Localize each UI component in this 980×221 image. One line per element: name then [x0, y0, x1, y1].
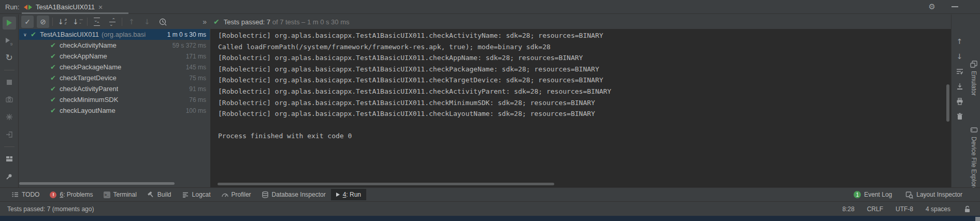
test-row[interactable]: ✔ checkActivityParent 91 ms — [19, 83, 210, 94]
test-row[interactable]: ✔ checkAppName 171 ms — [19, 51, 210, 62]
test-passed-icon: ✔ — [50, 52, 60, 60]
status-bar-right: 8:28 CRLF UTF-8 4 spaces — [842, 205, 973, 213]
console-right-toolbar: ↑ ↓ — [951, 14, 968, 187]
tree-root-row[interactable]: ∨ ✔ TestA1BasicUIX011 (org.aplas.basi 1 … — [19, 29, 210, 40]
show-passed-button[interactable]: ✓ — [21, 16, 34, 28]
divider — [4, 146, 15, 147]
tab-todo[interactable]: TODO — [6, 189, 45, 200]
run-left-toolbar: 9 ↻ — [0, 14, 19, 187]
status-message[interactable]: Tests passed: 7 (moments ago) — [7, 205, 94, 213]
pin-icon — [5, 172, 13, 181]
door-arrow-icon — [5, 130, 13, 139]
device-file-explorer-tool-tab[interactable]: Device File Explorer — [968, 126, 980, 192]
pin-tab-button[interactable] — [3, 170, 16, 183]
divider — [122, 18, 122, 26]
gear-icon[interactable]: ⚙ — [929, 2, 935, 11]
minimize-icon[interactable] — [952, 6, 958, 7]
tab-label: Logcat — [192, 191, 211, 198]
test-passed-icon: ✔ — [50, 41, 60, 49]
soft-wrap-button[interactable] — [954, 65, 966, 78]
tab-build[interactable]: Build — [142, 189, 177, 200]
line-separator[interactable]: CRLF — [867, 205, 883, 213]
test-history-button[interactable] — [156, 16, 169, 28]
database-icon — [262, 191, 269, 199]
rerun-failed-tests-button[interactable]: 9 — [3, 34, 16, 47]
divider — [52, 18, 53, 26]
collapse-all-icon: ⌄⌄ — [109, 18, 116, 26]
resize-grip[interactable] — [975, 217, 980, 221]
layout-inspector-button[interactable]: Layout Inspector — [905, 191, 962, 199]
collapse-all-button[interactable]: ⌄⌄ — [106, 16, 119, 28]
tab-terminal[interactable]: >_ Terminal — [98, 189, 142, 200]
show-on-exit-button[interactable] — [3, 128, 16, 141]
toggle-auto-test-button[interactable]: ↻ — [3, 51, 16, 64]
tree-horizontal-scrollbar[interactable] — [19, 182, 175, 185]
tool-window-bar-right: 1 Event Log Layout Inspector — [854, 191, 980, 199]
test-duration: 100 ms — [182, 107, 206, 114]
settings-burst-button[interactable] — [3, 111, 16, 124]
test-row[interactable]: ✔ checkMinimumSDK 76 ms — [19, 94, 210, 105]
close-icon[interactable]: × — [98, 3, 103, 11]
test-passed-icon: ✔ — [50, 63, 60, 71]
tab-run[interactable]: 4: Run — [331, 189, 366, 200]
expand-all-button[interactable]: ⌄⌄ — [91, 16, 103, 28]
print-button[interactable] — [954, 95, 966, 108]
console-vertical-scrollbar[interactable] — [946, 84, 949, 122]
burst-icon — [5, 113, 13, 121]
console-output[interactable]: [Robolectric] org.aplas.basicappx.TestA1… — [210, 29, 951, 187]
console-lines: [Robolectric] org.aplas.basicappx.TestA1… — [210, 29, 951, 143]
problems-error-icon: ! — [50, 191, 56, 198]
test-duration: 1 m 0 s 30 ms — [163, 31, 206, 38]
test-row[interactable]: ✔ checkActivityName 59 s 372 ms — [19, 40, 210, 51]
terminal-icon: >_ — [104, 191, 110, 198]
test-row[interactable]: ✔ checkTargetDevice 75 ms — [19, 72, 210, 83]
test-method-name: checkLayoutName — [60, 107, 116, 114]
test-row[interactable]: ✔ checkLayoutName 100 ms — [19, 105, 210, 116]
show-ignored-button[interactable]: ⊘ — [37, 16, 49, 28]
test-duration: 145 ms — [182, 64, 206, 71]
console-line: Process finished with exit code 0 — [218, 132, 951, 143]
run-config-tab[interactable]: TestA1BasicUIX011 × — [22, 0, 108, 14]
console-line: [Robolectric] org.aplas.basicappx.TestA1… — [218, 110, 951, 121]
down-stacktrace-button[interactable]: ↓ — [954, 50, 966, 63]
tab-label: Terminal — [113, 191, 137, 198]
stop-icon — [7, 80, 12, 85]
tab-profiler[interactable]: Profiler — [216, 189, 256, 200]
logcat-icon — [182, 191, 189, 198]
up-stacktrace-button[interactable]: ↑ — [954, 35, 966, 48]
thread-dump-button[interactable] — [3, 93, 16, 106]
event-log-button[interactable]: 1 Event Log — [854, 191, 892, 198]
test-duration: 59 s 372 ms — [168, 42, 206, 49]
restore-layout-button[interactable] — [3, 153, 16, 166]
file-encoding[interactable]: UTF-8 — [896, 205, 913, 213]
test-row[interactable]: ✔ checkPackageName 145 ms — [19, 62, 210, 72]
unlock-icon[interactable] — [963, 205, 971, 213]
scroll-to-end-button[interactable] — [954, 80, 966, 93]
sort-by-duration-button[interactable]: ↓—– — [71, 16, 84, 28]
console-horizontal-scrollbar[interactable] — [218, 183, 554, 185]
history-clock-icon — [158, 18, 167, 26]
console-line: [Robolectric] org.aplas.basicappx.TestA1… — [218, 54, 951, 65]
clear-all-button[interactable] — [954, 110, 966, 123]
divider — [4, 70, 15, 70]
emulator-tool-tab[interactable]: Emulator — [968, 60, 980, 96]
todo-list-icon — [11, 191, 19, 198]
soft-wrap-icon — [956, 67, 964, 76]
tab-logcat[interactable]: Logcat — [177, 189, 216, 200]
emulator-icon — [970, 60, 978, 68]
rerun-button[interactable] — [3, 17, 16, 30]
right-tool-window-strip: Emulator Device File Explorer — [968, 14, 980, 187]
sort-duration-icon: ↓—– — [73, 18, 83, 26]
chevron-down-icon[interactable]: ∨ — [23, 32, 31, 37]
tab-problems[interactable]: ! 6: Problems — [45, 189, 98, 200]
test-passed-icon: ✔ — [31, 31, 40, 38]
more-actions-icon[interactable]: » — [203, 18, 207, 26]
divider — [87, 18, 88, 26]
console-line: [Robolectric] org.aplas.basicappx.TestA1… — [218, 99, 951, 110]
indent-setting[interactable]: 4 spaces — [926, 205, 950, 213]
sort-alphabetically-button[interactable]: ↓az — [56, 16, 68, 28]
tab-label: TODO — [22, 191, 39, 198]
caret-position[interactable]: 8:28 — [842, 205, 854, 213]
run-tool-window: Run: TestA1BasicUIX011 × ⚙ 9 ↻ — [0, 0, 980, 221]
tab-database-inspector[interactable]: Database Inspector — [256, 189, 331, 201]
